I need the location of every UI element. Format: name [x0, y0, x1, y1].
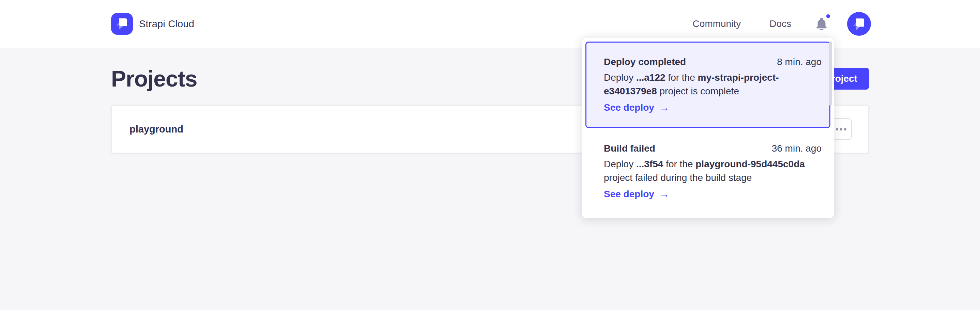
see-deploy-label: See deploy	[604, 101, 654, 114]
brand-title: Strapi Cloud	[139, 18, 194, 30]
notification-timestamp: 36 min. ago	[772, 142, 822, 155]
notifications-bell-button[interactable]	[816, 17, 827, 31]
arrow-right-icon: →	[659, 101, 670, 114]
notification-title-row: Deploy completed 8 min. ago	[604, 55, 822, 69]
ellipsis-icon	[836, 128, 846, 130]
strapi-logo-icon	[115, 16, 129, 32]
notifications-dropdown: Deploy completed 8 min. ago Deploy ...a1…	[582, 38, 834, 218]
notification-title-row: Build failed 36 min. ago	[604, 142, 822, 155]
nav-link-docs[interactable]: Docs	[769, 18, 791, 29]
page-title: Projects	[111, 67, 197, 90]
see-deploy-label: See deploy	[604, 188, 654, 201]
notification-body: Deploy ...a122 for the my-strapi-project…	[604, 71, 822, 98]
project-name: playground	[129, 124, 183, 135]
see-deploy-link[interactable]: See deploy →	[604, 101, 670, 114]
notification-item-build-failed[interactable]: Build failed 36 min. ago Deploy ...3f54 …	[585, 128, 830, 215]
arrow-right-icon: →	[659, 188, 670, 201]
notification-title: Build failed	[604, 142, 655, 155]
notification-body: Deploy ...3f54 for the playground-95d445…	[604, 157, 822, 184]
unread-notification-dot	[826, 14, 830, 18]
dropdown-scrollbar-thumb[interactable]	[829, 41, 832, 106]
notification-title: Deploy completed	[604, 55, 686, 69]
user-avatar[interactable]	[847, 12, 871, 36]
avatar-strapi-icon	[851, 16, 867, 32]
notification-timestamp: 8 min. ago	[777, 55, 822, 69]
nav-link-community[interactable]: Community	[693, 18, 741, 29]
see-deploy-link[interactable]: See deploy →	[604, 188, 670, 201]
bell-icon	[816, 26, 827, 31]
strapi-logo-badge[interactable]	[111, 13, 133, 35]
notification-item-deploy-completed[interactable]: Deploy completed 8 min. ago Deploy ...a1…	[585, 41, 830, 128]
